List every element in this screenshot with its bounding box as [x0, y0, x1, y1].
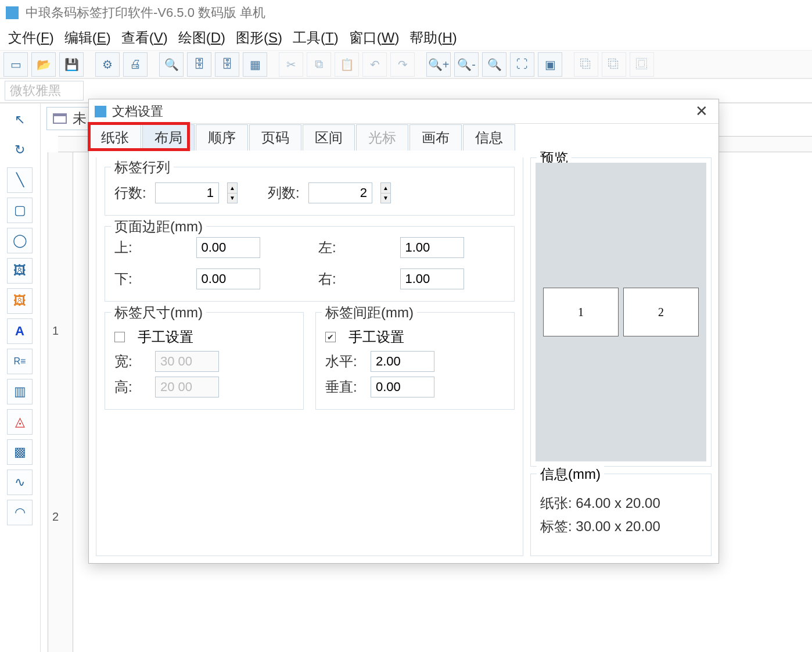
settings-button[interactable]: ⚙	[95, 52, 120, 77]
qrcode-tool[interactable]: ▩	[7, 439, 33, 465]
menu-shape[interactable]: 图形(S)	[236, 28, 282, 47]
rows-spinner[interactable]: ▲▼	[227, 182, 238, 203]
select-tool[interactable]: ↖	[7, 107, 33, 132]
redo-button[interactable]: ↷	[390, 52, 415, 77]
rows-input[interactable]	[155, 182, 219, 203]
align-button[interactable]: ⿴	[630, 52, 654, 77]
gap-h-label: 水平:	[325, 352, 362, 371]
fit-all-button[interactable]: ▣	[538, 52, 562, 77]
ellipse-tool[interactable]: ◯	[7, 228, 33, 253]
label-size-group: 标签尺寸(mm) 手工设置 宽: 高:	[105, 312, 304, 410]
size-h-input	[155, 377, 219, 397]
size-w-input	[155, 351, 219, 372]
tab-pagenum[interactable]: 页码	[249, 124, 301, 151]
group-button[interactable]: ⿻	[574, 52, 598, 77]
margin-left-label: 左:	[318, 238, 342, 257]
info-legend: 信息(mm)	[537, 465, 604, 483]
dialog-left-panel: 标签行列 行数: ▲▼ 列数: ▲▼ 页面边距(mm) 上: 左:	[96, 157, 523, 556]
menu-window[interactable]: 窗口(W)	[349, 28, 400, 47]
cols-input[interactable]	[308, 182, 372, 203]
label-rowcol-group: 标签行列 行数: ▲▼ 列数: ▲▼	[105, 167, 515, 216]
image-tool[interactable]: 🖼	[7, 258, 33, 284]
margin-left-input[interactable]	[400, 237, 464, 258]
copy-button[interactable]: ⧉	[307, 52, 331, 77]
tab-order[interactable]: 顺序	[196, 124, 248, 151]
rotate-tool[interactable]: ↻	[7, 137, 33, 163]
tab-info[interactable]: 信息	[463, 124, 515, 151]
cols-spinner[interactable]: ▲▼	[380, 182, 391, 203]
menu-file[interactable]: 文件(F)	[8, 28, 54, 47]
open-button[interactable]: 📂	[31, 52, 56, 77]
menu-draw[interactable]: 绘图(D)	[178, 28, 225, 47]
zoom-out-button[interactable]: 🔍-	[454, 52, 479, 77]
shape-tool[interactable]: ◬	[7, 409, 33, 435]
menu-edit[interactable]: 编辑(E)	[64, 28, 111, 47]
tab-cursor[interactable]: 光标	[356, 124, 408, 151]
undo-button[interactable]: ↶	[362, 52, 387, 77]
gap-h-input[interactable]	[371, 351, 434, 372]
paste-button[interactable]: 📋	[335, 52, 359, 77]
margin-top-input[interactable]	[196, 237, 260, 258]
arc-tool[interactable]: ◠	[7, 500, 33, 525]
tab-layout[interactable]: 布局	[142, 124, 195, 151]
size-manual-checkbox[interactable]	[114, 332, 125, 342]
text-tool[interactable]: A	[7, 318, 33, 344]
main-toolbar: ▭ 📂 💾 ⚙ 🖨 🔍 🗄 🗄 ▦ ✂ ⧉ 📋 ↶ ↷ 🔍+ 🔍- 🔍 ⛶ ▣ …	[0, 50, 812, 79]
preview-label-2: 2	[623, 288, 699, 336]
picture-tool[interactable]: 🖼	[7, 288, 33, 314]
info-label: 标签: 30.00 x 20.00	[540, 517, 702, 536]
left-toolbox: ↖ ↻ ╲ ▢ ◯ 🖼 🖼 A R≡ ▥ ◬ ▩ ∿ ◠	[0, 103, 41, 652]
rowcol-legend: 标签行列	[111, 158, 174, 177]
database2-button[interactable]: 🗄	[215, 52, 239, 77]
ungroup-button[interactable]: ⿻	[602, 52, 626, 77]
vertical-ruler	[48, 152, 73, 652]
dialog-title: 文档设置	[112, 103, 691, 120]
menu-view[interactable]: 查看(V)	[121, 28, 168, 47]
margin-top-label: 上:	[114, 238, 138, 257]
tab-paper[interactable]: 纸张	[89, 124, 141, 151]
zoom-fit-button[interactable]: 🔍	[482, 52, 506, 77]
grid-button[interactable]: ▦	[243, 52, 267, 77]
close-button[interactable]: ✕	[691, 102, 713, 120]
line-tool[interactable]: ╲	[7, 167, 33, 193]
info-paper: 纸张: 64.00 x 20.00	[540, 494, 702, 513]
tab-range[interactable]: 区间	[303, 124, 355, 151]
print-button[interactable]: 🖨	[123, 52, 148, 77]
size-manual-label: 手工设置	[138, 328, 193, 346]
roundrect-tool[interactable]: ▢	[7, 198, 33, 223]
menu-help[interactable]: 帮助(H)	[409, 28, 457, 47]
dialog-titlebar[interactable]: 文档设置 ✕	[89, 99, 718, 124]
barcode-tool[interactable]: ▥	[7, 379, 33, 404]
gap-v-label: 垂直:	[325, 378, 362, 396]
document-tab[interactable]: 未	[46, 107, 93, 130]
gap-legend: 标签间距(mm)	[322, 303, 417, 322]
margin-legend: 页面边距(mm)	[111, 217, 206, 236]
menubar: 文件(F) 编辑(E) 查看(V) 绘图(D) 图形(S) 工具(T) 窗口(W…	[0, 26, 812, 50]
document-tab-label: 未	[73, 109, 87, 128]
margin-right-input[interactable]	[400, 268, 464, 289]
cut-button[interactable]: ✂	[279, 52, 303, 77]
menu-tool[interactable]: 工具(T)	[293, 28, 339, 47]
zoom-in-button[interactable]: 🔍+	[426, 52, 451, 77]
database-button[interactable]: 🗄	[187, 52, 211, 77]
save-button[interactable]: 💾	[59, 52, 84, 77]
font-name-box[interactable]: 微软雅黑	[5, 81, 84, 101]
margin-right-label: 右:	[318, 270, 342, 288]
size-w-label: 宽:	[114, 352, 147, 371]
new-button[interactable]: ▭	[3, 52, 28, 77]
curve-tool[interactable]: ∿	[7, 470, 33, 495]
margin-bottom-input[interactable]	[196, 268, 260, 289]
gap-manual-checkbox[interactable]	[325, 332, 336, 342]
label-gap-group: 标签间距(mm) 手工设置 水平: 垂直:	[315, 312, 515, 410]
richtext-tool[interactable]: R≡	[7, 349, 33, 374]
size-legend: 标签尺寸(mm)	[111, 303, 206, 322]
page-margin-group: 页面边距(mm) 上: 左: 下: 右:	[105, 226, 515, 302]
preview-label-1: 1	[543, 288, 619, 336]
ruler-v-tick-1: 1	[52, 324, 59, 338]
gap-manual-label: 手工设置	[348, 328, 404, 346]
dialog-icon	[95, 106, 106, 117]
gap-v-input[interactable]	[371, 377, 434, 397]
tab-canvas[interactable]: 画布	[409, 124, 462, 151]
fit-window-button[interactable]: ⛶	[510, 52, 534, 77]
preview-button[interactable]: 🔍	[159, 52, 184, 77]
